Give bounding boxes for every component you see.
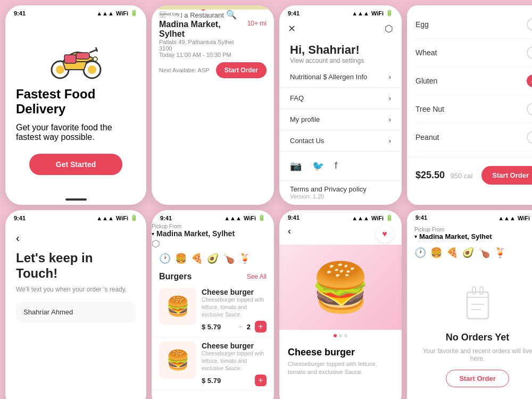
start-order-button[interactable]: Start Order	[216, 62, 267, 78]
allergen-name-gluten: Gluten	[415, 77, 437, 85]
back-arrow-contact[interactable]: ‹	[16, 232, 20, 244]
cat-cocktail[interactable]: 🍹	[239, 253, 251, 264]
qty-ctrl-1: − 2 +	[238, 321, 267, 332]
radio-gluten[interactable]: ✓	[527, 74, 532, 87]
radio-peanut[interactable]	[527, 131, 532, 144]
status-bar-detail: 9:41 ▲▲▲ WiFi 🔋	[279, 210, 402, 223]
social-links: 📷 🐦 f	[279, 152, 402, 180]
heart-button[interactable]: ♥	[376, 226, 393, 243]
search-icon[interactable]: 🔍	[226, 10, 237, 19]
instagram-icon[interactable]: 📷	[290, 160, 302, 172]
price-calories: $25.50 950 cal	[415, 170, 472, 181]
wifi-icon-contact: WiFi	[116, 215, 128, 221]
signal-icon-burgers: ▲▲▲	[224, 215, 242, 221]
no-orders-icon	[462, 284, 494, 328]
time-display: 9:41	[14, 10, 26, 16]
signal-icon-contact: ▲▲▲	[96, 215, 114, 221]
scooter-illustration	[44, 38, 108, 80]
home-indicator	[65, 198, 87, 201]
cat-clock[interactable]: 🕐	[159, 253, 171, 264]
radio-egg[interactable]	[527, 18, 532, 31]
get-started-button[interactable]: Get Started	[29, 154, 122, 175]
pickup-name: Madina Market, Sylhet	[156, 229, 235, 238]
time-burgers: 9:41	[160, 215, 172, 221]
burger-item-2: 🍔 Cheese burger Cheeseburger topped with…	[152, 337, 274, 391]
cat-clock-orders[interactable]: 🕐	[414, 247, 426, 259]
radio-wheat[interactable]	[527, 46, 532, 59]
close-icon[interactable]: ✕	[288, 23, 296, 35]
cat-avocado[interactable]: 🥑	[207, 253, 219, 264]
menu-label-faq: FAQ	[290, 94, 304, 102]
cat-burger[interactable]: 🍔	[175, 253, 187, 264]
status-bar-contact: 9:41 ▲▲▲ WiFi 🔋	[5, 210, 146, 223]
battery-icon-contact: 🔋	[130, 214, 138, 221]
restaurant-actions: Next Availabe: ASP Start Order	[159, 62, 267, 78]
battery-icon-account: 🔋	[386, 10, 393, 16]
pickup-header: Pickup From ▾ Madina Market, Sylhet ⬡	[152, 223, 274, 250]
time-detail: 9:41	[288, 214, 300, 221]
menu-item-allergen[interactable]: Nutritional $ Allergen Info ›	[279, 66, 402, 88]
pickup-label: Pickup From	[152, 223, 274, 229]
start-order-button-empty[interactable]: Start Order	[446, 370, 509, 387]
svg-rect-11	[472, 287, 476, 294]
cat-chicken-orders[interactable]: 🍗	[478, 247, 490, 259]
facebook-icon[interactable]: f	[335, 160, 337, 172]
greeting-sub: View account and settings	[290, 57, 391, 64]
see-all-button[interactable]: See All	[247, 273, 267, 280]
burger-detail-info: Cheese burger Cheeseburger topped with l…	[279, 342, 402, 382]
svg-rect-4	[76, 53, 89, 59]
order-calories: 950 cal	[451, 172, 473, 180]
allergen-name-treenut: Tree Nut	[415, 105, 444, 113]
filter-icon[interactable]: ⬡	[385, 23, 393, 35]
allergen-name-peanut: Peanut	[415, 133, 439, 142]
battery-icon-burgers: 🔋	[258, 214, 265, 221]
svg-rect-9	[467, 292, 488, 319]
svg-rect-12	[480, 287, 483, 294]
contact-title: Let's keep in Touch!	[16, 251, 136, 281]
terms-text[interactable]: Terms and Privacy policy	[290, 185, 391, 193]
radio-treenut[interactable]	[527, 103, 532, 115]
menu-item-faq[interactable]: FAQ ›	[279, 88, 402, 109]
wifi-icon: WiFi	[116, 10, 128, 16]
status-bar-account: 9:41 ▲▲▲ WiFi 🔋	[279, 5, 402, 19]
menu-item-contact[interactable]: Contact Us ›	[279, 130, 402, 152]
burger-name-2: Cheese burger	[202, 342, 267, 350]
status-bar-burgers: 9:41 ▲▲▲ WiFi 🔋	[152, 210, 274, 223]
cat-pizza-orders[interactable]: 🍕	[446, 247, 458, 259]
food-categories-orders: 🕐 🍔 🍕 🥑 🍗 🍹	[407, 244, 532, 262]
phone-no-orders: 9:41 ▲▲▲ WiFi 🔋 Pickup From ▾ Madina Mar…	[407, 210, 532, 399]
greeting-section: Hi, Shahriar! View account and settings	[279, 39, 402, 66]
cat-chicken[interactable]: 🍗	[223, 253, 235, 264]
cat-burger-orders[interactable]: 🍔	[430, 247, 442, 259]
detail-nav: ‹ ♥	[279, 223, 402, 245]
qty-plus-2[interactable]: +	[255, 375, 267, 386]
filter-icon-burgers[interactable]: ⬡	[152, 238, 160, 249]
cat-avocado-orders[interactable]: 🥑	[462, 247, 474, 259]
qty-minus-1[interactable]: −	[238, 322, 243, 331]
burger-image-1: 🍔	[159, 288, 196, 325]
name-input[interactable]	[16, 302, 136, 322]
pickup-label-orders: Pickup From	[414, 227, 492, 232]
detail-burger-name: Cheese burger	[288, 347, 393, 358]
qty-plus-1[interactable]: +	[255, 321, 267, 332]
menu-item-profile[interactable]: My profile ›	[279, 109, 402, 130]
cat-pizza[interactable]: 🍕	[191, 253, 203, 264]
start-order-button-allergen[interactable]: Start Order	[481, 166, 532, 185]
distance-badge: 10+ mi	[247, 20, 267, 27]
account-header: ✕ ⬡	[279, 19, 402, 39]
twitter-icon[interactable]: 🐦	[312, 160, 324, 172]
time-account: 9:41	[288, 10, 300, 16]
phone-onboarding: 9:41 ▲▲▲ WiFi 🔋	[5, 5, 146, 205]
restaurant-address: Pallabi 49, Pathantula Sylhet 3100	[159, 39, 247, 52]
burger-hero: 🍔	[279, 245, 402, 330]
contact-desc: We'll text you when your order 's ready.	[16, 286, 136, 293]
menu-label-allergen: Nutritional $ Allergen Info	[290, 73, 367, 81]
allergen-name-wheat: Wheat	[415, 48, 437, 57]
qty-ctrl-2: +	[255, 375, 267, 386]
back-arrow-detail[interactable]: ‹	[288, 226, 291, 243]
wifi-icon-burgers: WiFi	[244, 215, 256, 221]
dot-3	[344, 334, 347, 337]
cat-cocktail-orders[interactable]: 🍹	[494, 247, 506, 259]
dots-indicator	[279, 330, 402, 342]
phone-contact: 9:41 ▲▲▲ WiFi 🔋 ‹ Let's keep in Touch! W…	[5, 210, 146, 399]
